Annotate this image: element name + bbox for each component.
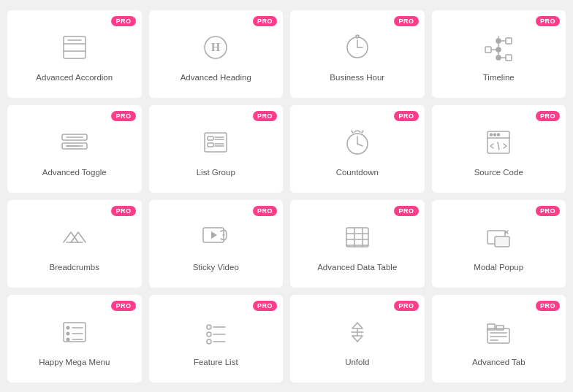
- unfold-label: Unfold: [345, 358, 369, 366]
- widget-advanced-accordion[interactable]: PRO Advanced Accordion: [7, 10, 142, 98]
- breadcrumbs-label: Breadcrumbs: [50, 263, 99, 272]
- widget-unfold[interactable]: PRO Unfold: [290, 295, 425, 383]
- svg-point-68: [207, 332, 211, 337]
- modal-popup-icon: [480, 219, 517, 255]
- widget-list-group[interactable]: PRO List Group: [149, 105, 284, 193]
- business-hour-icon: [339, 29, 376, 66]
- countdown-icon: [339, 124, 376, 161]
- sticky-video-label: Sticky Video: [193, 263, 239, 272]
- widget-advanced-tab[interactable]: PRO Advanced Tab: [432, 295, 566, 383]
- widget-feature-list[interactable]: PRO Feature List: [149, 295, 284, 383]
- svg-text:H: H: [211, 41, 221, 53]
- list-group-label: List Group: [197, 168, 235, 177]
- svg-line-35: [352, 131, 353, 133]
- widget-happy-mega-menu[interactable]: PRO Happy Mega Menu: [7, 295, 142, 383]
- source-code-label: Source Code: [474, 168, 523, 177]
- list-group-icon: [197, 124, 234, 161]
- modal-popup-label: Modal Popup: [474, 263, 523, 272]
- accordion-label: Advanced Accordion: [36, 73, 113, 82]
- svg-line-36: [362, 131, 363, 133]
- svg-rect-25: [205, 133, 227, 152]
- pro-badge: PRO: [253, 16, 277, 26]
- svg-rect-73: [487, 328, 509, 343]
- pro-badge: PRO: [253, 301, 277, 311]
- advanced-tab-label: Advanced Tab: [472, 358, 525, 366]
- svg-rect-26: [208, 137, 213, 140]
- widget-advanced-data-table[interactable]: PRO Advanced Data Table: [290, 200, 425, 288]
- countdown-label: Countdown: [336, 168, 379, 177]
- pro-badge: PRO: [111, 16, 135, 26]
- pro-badge: PRO: [394, 16, 418, 26]
- heading-icon: H: [197, 29, 234, 66]
- widget-timeline[interactable]: PRO Timeline: [432, 10, 566, 98]
- sticky-video-icon: [197, 219, 234, 255]
- widget-advanced-toggle[interactable]: PRO Advanced Toggle: [7, 105, 142, 193]
- widget-modal-popup[interactable]: PRO Modal Popup: [432, 200, 566, 288]
- pro-badge: PRO: [536, 301, 560, 311]
- pro-badge: PRO: [394, 301, 418, 311]
- svg-rect-13: [506, 38, 512, 44]
- feature-list-icon: [197, 314, 234, 350]
- svg-marker-47: [211, 231, 217, 239]
- data-table-icon: [339, 219, 376, 255]
- svg-point-60: [66, 326, 69, 329]
- widget-countdown[interactable]: PRO Countdown: [290, 105, 425, 193]
- widget-business-hour[interactable]: PRO Business Hour: [290, 10, 425, 98]
- svg-rect-29: [208, 143, 213, 147]
- business-hour-label: Business Hour: [330, 73, 384, 82]
- pro-badge: PRO: [536, 111, 560, 121]
- pro-badge: PRO: [111, 301, 135, 311]
- advanced-tab-icon: [480, 314, 517, 350]
- data-table-label: Advanced Data Table: [317, 263, 397, 272]
- unfold-icon: [339, 314, 376, 350]
- svg-point-62: [66, 337, 69, 341]
- mega-menu-label: Happy Mega Menu: [39, 358, 110, 366]
- svg-rect-16: [485, 47, 491, 53]
- pro-badge: PRO: [394, 111, 418, 121]
- accordion-icon: [56, 29, 93, 66]
- widget-sticky-video[interactable]: PRO Sticky Video: [149, 200, 284, 288]
- pro-badge: PRO: [536, 16, 560, 26]
- pro-badge: PRO: [111, 206, 135, 216]
- svg-point-40: [494, 134, 496, 136]
- svg-line-42: [498, 142, 499, 150]
- pro-badge: PRO: [253, 206, 277, 216]
- pro-badge: PRO: [394, 206, 418, 216]
- pro-badge: PRO: [536, 206, 560, 216]
- svg-point-39: [490, 134, 493, 136]
- pro-badge: PRO: [111, 111, 135, 121]
- svg-point-61: [66, 331, 69, 335]
- pro-badge: PRO: [253, 111, 277, 121]
- breadcrumbs-icon: [56, 219, 93, 255]
- timeline-icon: [480, 29, 517, 66]
- svg-rect-75: [496, 326, 504, 330]
- heading-label: Advanced Heading: [181, 73, 251, 82]
- svg-rect-56: [495, 237, 509, 247]
- svg-rect-19: [506, 55, 512, 61]
- svg-point-48: [223, 234, 225, 236]
- svg-point-70: [207, 339, 211, 344]
- widget-breadcrumbs[interactable]: PRO Breadcrumbs: [7, 200, 142, 288]
- toggle-label: Advanced Toggle: [42, 168, 107, 177]
- timeline-label: Timeline: [483, 73, 515, 82]
- widget-source-code[interactable]: PRO Source Code: [432, 105, 566, 193]
- feature-list-label: Feature List: [194, 358, 238, 366]
- mega-menu-icon: [56, 314, 93, 350]
- svg-rect-49: [346, 228, 368, 247]
- svg-point-41: [498, 134, 500, 136]
- widget-grid: PRO Advanced Accordion PRO H Advanced He…: [0, 3, 573, 390]
- toggle-icon: [56, 124, 93, 161]
- svg-point-9: [356, 35, 359, 38]
- widget-advanced-heading[interactable]: PRO H Advanced Heading: [149, 10, 284, 98]
- svg-line-34: [357, 144, 363, 146]
- source-code-icon: [480, 124, 517, 161]
- svg-point-66: [207, 325, 211, 329]
